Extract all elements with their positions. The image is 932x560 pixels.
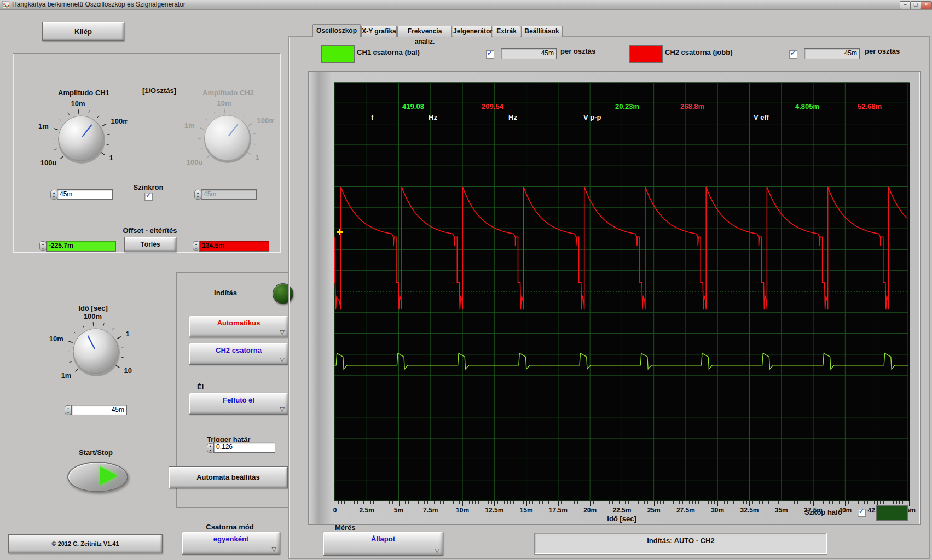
time-knob[interactable]: 1m10m100m110 [49, 305, 142, 398]
exit-button[interactable]: Kilép [42, 22, 124, 41]
amplitude-ch1-knob[interactable]: 100u1m10m100m1 [34, 92, 128, 185]
x-axis-title: Idő [sec] [594, 515, 649, 523]
window-title: Hangkártya be/kimenetű Oszcilloszkóp és … [12, 1, 186, 8]
x-tick-label: 12.5m [485, 506, 503, 514]
amplitude-ch2-value[interactable]: 45m [201, 189, 257, 200]
scope-grid-color-swatch[interactable] [876, 505, 908, 521]
start-stop-label: Start/Stop [63, 448, 129, 457]
ch2-enable-checkbox[interactable]: ✓ [789, 50, 797, 59]
tab-signal-generator[interactable]: Jelgenerátor [453, 26, 492, 37]
trigger-mode-dropdown[interactable]: Automatikus ▽ [189, 316, 288, 337]
tab-settings[interactable]: Beállítások [521, 26, 563, 37]
waveform-canvas[interactable] [334, 82, 910, 501]
ch2-scale-value[interactable]: 45m [804, 48, 860, 59]
trigger-title: Indítás [198, 289, 253, 297]
status-box: Indítás: AUTO - CH2 [534, 533, 827, 555]
sync-checkbox[interactable]: ✓ [144, 192, 153, 201]
x-tick-label: 17.5m [549, 506, 568, 514]
measure-mode-dropdown[interactable]: Állapot ▽ [323, 532, 443, 556]
trigger-source-dropdown[interactable]: CH2 csatorna ▽ [189, 343, 288, 365]
readout-value: 268.8m [680, 102, 704, 110]
ch2-color-swatch[interactable] [629, 45, 663, 63]
chevron-down-icon: ▽ [280, 406, 285, 413]
graph-cursor-icon[interactable] [337, 229, 343, 235]
knob-scale-label: 1 [126, 330, 130, 338]
x-tick-label: 10m [456, 506, 469, 514]
minimize-icon[interactable]: – [900, 1, 911, 9]
ch1-enable-checkbox[interactable]: ✓ [486, 50, 494, 59]
close-icon[interactable]: ✕ [921, 1, 932, 9]
chevron-down-icon: ▽ [272, 546, 276, 553]
scope-grid-checkbox[interactable]: ✓ [858, 509, 866, 517]
readout-unit-label: V eff [754, 113, 769, 121]
x-tick-label: 2.5m [360, 506, 374, 514]
run-led-indicator [273, 283, 293, 304]
knob-scale-label: 10m [217, 99, 231, 107]
knob-scale-label: 100m [257, 116, 274, 125]
readout-value: 20.23m [615, 102, 639, 110]
chevron-down-icon: ▽ [280, 329, 285, 336]
maximize-icon[interactable]: ▢ [910, 1, 921, 9]
readout-unit-label: V p-p [583, 113, 601, 121]
ch2-per-division-label: per osztás [865, 47, 900, 55]
app-icon [2, 1, 9, 8]
offset-ch1-value[interactable]: -225.7m [46, 241, 116, 252]
edge-label: Él [197, 383, 204, 391]
knob-scale-label: 1m [184, 121, 195, 130]
amplitude-ch2-knob[interactable]: 100u1m10m100m1 [181, 91, 274, 184]
ch1-per-division-label: per osztás [560, 47, 595, 55]
readout-unit-label: f [371, 113, 373, 121]
x-tick-label: 35m [775, 506, 788, 514]
tab-xy-graph[interactable]: X-Y grafika [361, 26, 397, 37]
auto-setup-button[interactable]: Automata beállítás [169, 466, 288, 488]
readout-value: 4.805m [795, 102, 819, 110]
chevron-down-icon: ▽ [435, 547, 439, 554]
knob-scale-label: 10m [71, 100, 85, 108]
chevron-down-icon: ▽ [280, 356, 285, 363]
ch1-scale-value[interactable]: 45m [501, 48, 557, 59]
tab-oscilloscope[interactable]: Oscilloszkóp [312, 24, 361, 37]
offset-clear-button[interactable]: Törlés [124, 237, 176, 252]
readout-value: 209.54 [482, 102, 503, 110]
sync-label: Szinkron [121, 183, 176, 191]
knob-scale-label: 1m [61, 371, 72, 380]
readout-value: 419.08 [402, 102, 424, 110]
time-value[interactable]: 45m [71, 405, 127, 415]
play-icon [100, 466, 118, 485]
x-tick-label: 22.5m [612, 506, 631, 514]
x-tick-label: 7.5m [423, 506, 438, 514]
scope-grid-label: Szkóp háló [804, 508, 842, 516]
trigger-edge-dropdown[interactable]: Felfutó él ▽ [189, 393, 288, 415]
knob-scale-label: 100m [111, 117, 128, 125]
x-tick-label: 25m [647, 506, 661, 514]
x-tick-label: 27.5m [676, 506, 695, 514]
copyright-button[interactable]: © 2012 C. Zeitnitz V1.41 [8, 534, 163, 553]
knob-scale-label: 100u [187, 158, 203, 166]
tab-frequency-analysis[interactable]: Frekvencia analiz. [397, 26, 452, 37]
tab-extras[interactable]: Extrák [493, 26, 520, 37]
readout-unit-label: Hz [429, 113, 437, 121]
offset-ch2-value[interactable]: 134.5m [199, 241, 269, 252]
ch1-color-swatch[interactable] [321, 45, 355, 63]
x-tick-label: 30m [711, 506, 724, 514]
readout-value: 52.68m [858, 102, 882, 110]
x-tick-label: 5m [394, 506, 403, 514]
amplitude-ch1-value[interactable]: 45m [57, 189, 113, 200]
offset-title: Offset - eltérítés [106, 226, 194, 235]
ch2-label: CH2 csatorna (jobb) [665, 48, 733, 56]
x-axis-ruler [334, 501, 910, 506]
readout-unit-label: Hz [508, 113, 517, 121]
channel-mode-dropdown[interactable]: egyenként ▽ [182, 532, 280, 555]
knob-scale-label: 10m [49, 335, 63, 343]
knob-scale-label: 1m [38, 122, 49, 130]
knob-scale-label: 100m [84, 312, 102, 320]
title-bar: Hangkártya be/kimenetű Oszcilloszkóp és … [0, 0, 932, 10]
knob-scale-label: 1 [109, 154, 113, 162]
knob-scale-label: 10 [124, 366, 132, 375]
trigger-threshold-value[interactable]: 0.126 [213, 442, 275, 453]
start-stop-button[interactable] [67, 462, 128, 492]
knob-scale-label: 100u [40, 159, 57, 167]
x-tick-label: 32.5m [740, 506, 759, 514]
ch1-label: CH1 csatorna (bal) [357, 48, 420, 56]
status-text: Indítás: AUTO - CH2 [535, 536, 827, 545]
